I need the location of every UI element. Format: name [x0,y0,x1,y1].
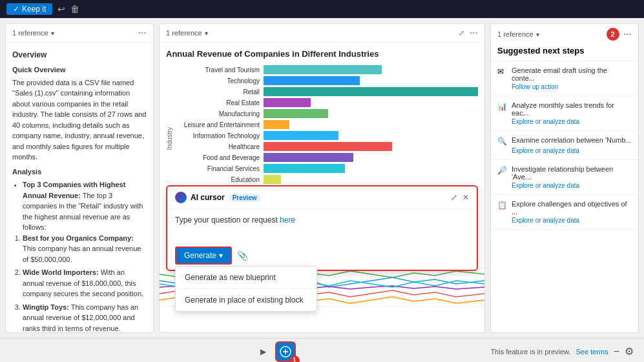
suggestion-item-top: ✉Generate email draft using the conte... [497,66,632,82]
bar-container [264,131,478,140]
undo-button[interactable]: ↩ [57,4,65,14]
bar-row: Food and Beverage [176,153,478,162]
ai-cursor-btn-wrapper: 1 [275,341,296,362]
preview-badge: Preview [229,194,261,202]
settings-icon[interactable]: ⚙ [625,345,634,357]
generate-dropdown: Generate as new blueprint Generate in pl… [175,266,317,312]
right-ref-chevron[interactable]: ▾ [536,31,539,38]
right-reference: 1 reference [497,30,534,38]
keep-icon: ✓ [13,5,19,14]
suggestion-item-top: 📊Analyze monthly sales trends for eac... [497,101,632,117]
suggestion-text: Investigate relationship between 'Ave... [512,165,632,181]
bar-row: Real Estate [176,98,478,107]
bar-fill [264,131,338,140]
suggestion-item[interactable]: 📊Analyze monthly sales trends for eac...… [491,96,638,131]
chart-reference: 1 reference [166,29,202,37]
company-1: Best for you Organics Company: This comp… [23,233,147,265]
analysis-list: Top 3 Companies with Highest Annual Reve… [12,179,147,332]
bar-row: Travel and Tourism [176,65,478,74]
chart-panel-more[interactable]: ··· [470,28,478,38]
overview-panel-header: 1 reference ▾ ··· [6,24,153,43]
bar-fill [264,65,382,74]
suggestion-item-top: 🔍Examine correlation between 'Numb... [497,136,632,146]
bar-fill [264,76,360,85]
suggestion-item[interactable]: 📋Explore challenges and objectives of ..… [491,195,638,230]
play-button[interactable]: ▶ [257,345,270,358]
bar-label: Manufacturing [176,110,260,117]
ai-cursor-input-text: Type your question or request here [175,216,295,225]
toolbar-right: This feature is in preview. See terms − … [490,345,634,357]
left-panel-more[interactable]: ··· [138,28,147,38]
bar-row: Education [176,175,478,184]
ai-cursor-title: AI cursor Preview [175,192,261,203]
panel-header-left: 1 reference ▾ [12,29,54,37]
suggestion-item[interactable]: ✉Generate email draft using the conte...… [491,61,638,96]
bar-container [264,142,478,151]
zoom-out-button[interactable]: − [614,346,619,357]
bar-row: Information Technology [176,131,478,140]
suggestion-item[interactable]: 🔍Examine correlation between 'Numb...Exp… [491,131,638,160]
suggestions-list: ✉Generate email draft using the conte...… [491,61,638,230]
bar-label: Financial Services [176,165,260,172]
chart-ref-chevron[interactable]: ▾ [205,30,208,37]
suggestion-sub: Explore or analyze data [497,217,632,224]
ai-expand-icon[interactable]: ⤢ [451,193,457,202]
bar-container [264,175,478,184]
generate-button[interactable]: Generate ▾ [175,246,232,265]
company-list: Best for you Organics Company: This comp… [23,233,147,333]
ai-cursor-link[interactable]: here [280,216,295,225]
bar-fill [264,109,328,118]
bar-row: Manufacturing [176,109,478,118]
ai-close-icon[interactable]: ✕ [462,193,469,202]
right-panel-title: Suggested next steps [491,41,638,61]
bar-label: Technology [176,77,260,85]
bottom-toolbar: ▶ 1 This feature is in preview. See term… [0,338,644,362]
ai-cursor-footer: Generate ▾ Generate as new blueprint Gen… [167,241,477,270]
keep-it-button[interactable]: ✓ Keep it [6,3,52,15]
bar-fill [264,142,392,151]
suggestion-text: Analyze monthly sales trends for eac... [512,101,632,117]
suggestion-icon: ✉ [497,67,506,76]
see-terms-link[interactable]: See terms [576,348,608,356]
expand-icon[interactable]: ⤢ [459,29,464,37]
right-panel-header: 1 reference ▾ 2 ··· [491,24,638,41]
suggested-next-steps-panel: 1 reference ▾ 2 ··· Suggested next steps… [490,23,639,333]
generate-chevron-icon: ▾ [219,251,223,260]
bar-label: Retail [176,88,260,96]
right-panel-more[interactable]: ··· [623,29,632,39]
bar-chart: Travel and TourismTechnologyRetailReal E… [176,65,478,195]
bar-container [264,153,478,162]
suggestion-icon: 🔍 [497,137,506,146]
quick-overview-text: The provided data is a CSV file named "S… [12,77,147,163]
bar-container [264,76,478,85]
ai-cursor-header: AI cursor Preview ⤢ ✕ [167,186,477,209]
bar-row: Leisure and Entertainment [176,120,478,129]
suggestion-text: Generate email draft using the conte... [512,66,632,82]
generate-new-blueprint[interactable]: Generate as new blueprint [176,266,317,289]
bar-label: Healthcare [176,143,260,150]
bar-label: Food and Beverage [176,154,260,161]
suggestion-item[interactable]: 🔎Investigate relationship between 'Ave..… [491,160,638,195]
bar-fill [264,164,345,173]
bar-label: Travel and Tourism [176,66,260,74]
chart-title: Annual Revenue of Companies in Different… [166,49,478,59]
suggestion-sub: Explore or analyze data [497,182,632,189]
bar-fill [264,120,289,129]
marker-2: 2 [607,28,619,41]
suggestion-item-top: 🔎Investigate relationship between 'Ave..… [497,165,632,181]
chart-header-icons: ⤢ ··· [459,28,478,38]
bar-row: Retail [176,87,478,96]
generate-in-place[interactable]: Generate in place of existing block [176,289,317,311]
delete-button[interactable]: 🗑 [70,4,79,14]
suggestion-icon: 📊 [497,102,506,111]
bar-label: Leisure and Entertainment [176,121,260,128]
ai-cursor-action-icons: ⤢ ✕ [451,193,469,202]
bar-label: Real Estate [176,99,260,106]
bar-container [264,164,478,173]
preview-text: This feature is in preview. [490,348,570,356]
bar-container [264,87,478,96]
bar-container [264,120,478,129]
bar-container [264,65,478,74]
left-ref-chevron[interactable]: ▾ [51,30,54,37]
attachment-icon[interactable]: 📎 [237,250,248,261]
